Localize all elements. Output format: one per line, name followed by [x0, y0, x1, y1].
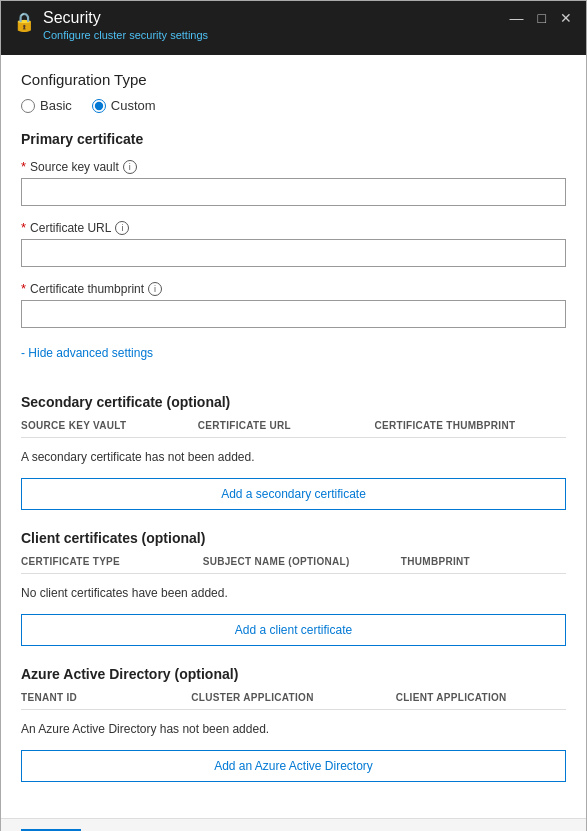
secondary-not-text: not	[168, 450, 185, 464]
restore-button[interactable]: □	[534, 11, 550, 25]
certificate-url-group: * Certificate URL i	[21, 220, 566, 267]
client-col-thumbprint: THUMBPRINT	[401, 556, 566, 567]
title-bar-text: Security Configure cluster security sett…	[43, 9, 506, 41]
certificate-url-info-icon: i	[115, 221, 129, 235]
azure-col-tenant: TENANT ID	[21, 692, 191, 703]
certificate-url-input[interactable]	[21, 239, 566, 267]
client-col-subject: SUBJECT NAME (OPTIONAL)	[203, 556, 401, 567]
secondary-col-url: CERTIFICATE URL	[198, 420, 375, 431]
certificate-thumbprint-input[interactable]	[21, 300, 566, 328]
azure-ad-title: Azure Active Directory (optional)	[21, 666, 566, 682]
cert-thumbprint-info-icon: i	[148, 282, 162, 296]
main-content: Configuration Type Basic Custom Primary …	[1, 55, 586, 818]
minimize-button[interactable]: —	[506, 11, 528, 25]
client-cert-table-header: CERTIFICATE TYPE SUBJECT NAME (OPTIONAL)…	[21, 556, 566, 574]
azure-ad-section: Azure Active Directory (optional) TENANT…	[21, 666, 566, 782]
window-title: Security	[43, 9, 506, 27]
client-cert-empty-message: No client certificates have been added.	[21, 578, 566, 608]
required-star-2: *	[21, 220, 26, 235]
radio-basic[interactable]	[21, 99, 35, 113]
window-subtitle: Configure cluster security settings	[43, 29, 506, 41]
certificate-url-text: Certificate URL	[30, 221, 111, 235]
config-type-radio-group: Basic Custom	[21, 98, 566, 113]
security-window: 🔒 Security Configure cluster security se…	[0, 0, 587, 831]
secondary-col-source: SOURCE KEY VAULT	[21, 420, 198, 431]
secondary-certificate-section: Secondary certificate (optional) SOURCE …	[21, 394, 566, 510]
custom-label: Custom	[111, 98, 156, 113]
add-secondary-cert-button[interactable]: Add a secondary certificate	[21, 478, 566, 510]
client-col-type: CERTIFICATE TYPE	[21, 556, 203, 567]
certificate-url-label: * Certificate URL i	[21, 220, 566, 235]
azure-ad-empty-message: An Azure Active Directory has not been a…	[21, 714, 566, 744]
footer: OK	[1, 818, 586, 831]
radio-custom-label[interactable]: Custom	[92, 98, 156, 113]
radio-basic-label[interactable]: Basic	[21, 98, 72, 113]
primary-cert-title: Primary certificate	[21, 131, 566, 147]
client-cert-title: Client certificates (optional)	[21, 530, 566, 546]
security-icon: 🔒	[13, 11, 35, 33]
certificate-thumbprint-group: * Certificate thumbprint i	[21, 281, 566, 328]
secondary-cert-table-header: SOURCE KEY VAULT CERTIFICATE URL CERTIFI…	[21, 420, 566, 438]
close-button[interactable]: ✕	[556, 11, 576, 25]
required-star-3: *	[21, 281, 26, 296]
configuration-type-section: Configuration Type Basic Custom	[21, 71, 566, 113]
secondary-cert-title: Secondary certificate (optional)	[21, 394, 566, 410]
azure-col-cluster-app: CLUSTER APPLICATION	[191, 692, 395, 703]
source-key-vault-group: * Source key vault i	[21, 159, 566, 206]
azure-ad-table-header: TENANT ID CLUSTER APPLICATION CLIENT APP…	[21, 692, 566, 710]
azure-col-client-app: CLIENT APPLICATION	[396, 692, 566, 703]
add-client-cert-button[interactable]: Add a client certificate	[21, 614, 566, 646]
title-bar: 🔒 Security Configure cluster security se…	[1, 1, 586, 55]
basic-label: Basic	[40, 98, 72, 113]
source-key-vault-text: Source key vault	[30, 160, 119, 174]
source-key-vault-input[interactable]	[21, 178, 566, 206]
secondary-cert-empty-message: A secondary certificate has not been add…	[21, 442, 566, 472]
add-azure-ad-button[interactable]: Add an Azure Active Directory	[21, 750, 566, 782]
source-key-vault-label: * Source key vault i	[21, 159, 566, 174]
radio-custom[interactable]	[92, 99, 106, 113]
primary-certificate-section: Primary certificate * Source key vault i…	[21, 131, 566, 374]
certificate-thumbprint-label: * Certificate thumbprint i	[21, 281, 566, 296]
client-certificates-section: Client certificates (optional) CERTIFICA…	[21, 530, 566, 646]
required-star-1: *	[21, 159, 26, 174]
source-key-vault-info-icon: i	[123, 160, 137, 174]
hide-advanced-settings-link[interactable]: - Hide advanced settings	[21, 346, 153, 360]
config-type-label: Configuration Type	[21, 71, 566, 88]
certificate-thumbprint-text: Certificate thumbprint	[30, 282, 144, 296]
secondary-col-thumb: CERTIFICATE THUMBPRINT	[375, 420, 566, 431]
window-controls: — □ ✕	[506, 11, 576, 25]
